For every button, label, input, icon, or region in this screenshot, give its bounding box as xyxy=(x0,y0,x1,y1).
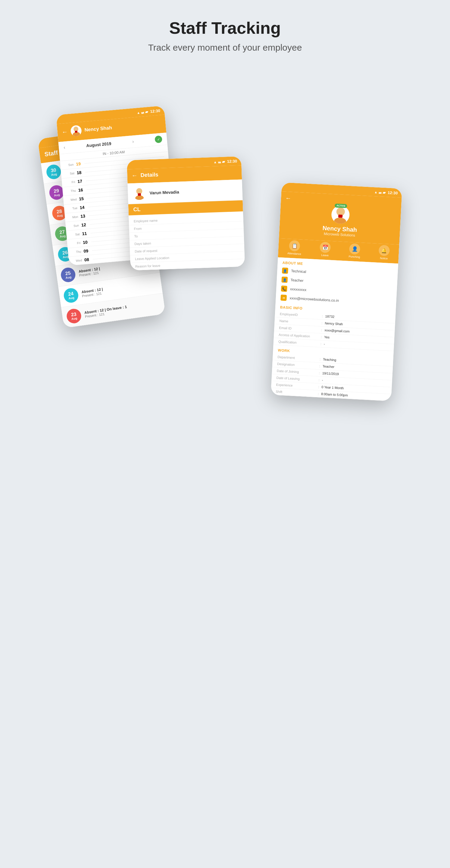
tab-label: Leave xyxy=(321,253,329,257)
prev-month[interactable]: ‹ xyxy=(64,145,66,150)
svg-point-4 xyxy=(135,195,144,200)
tab-icon: 👤 xyxy=(349,243,360,255)
signal-icon-4 xyxy=(379,189,382,195)
date-month-label: Aug xyxy=(60,234,66,238)
profile-tab[interactable]: 📋 Attendance xyxy=(287,240,302,255)
profile-avatar-wrap: ACTIVE xyxy=(331,205,350,224)
signal-icon-2 xyxy=(141,109,144,115)
details-user-row: Varun Mevadia xyxy=(127,179,243,204)
work-label: Date of Leaving xyxy=(276,376,318,381)
cal-day-label: Tue xyxy=(68,206,78,210)
about-icon: 👤 xyxy=(282,267,288,274)
cal-day-label: Sat xyxy=(65,172,74,176)
phone-details: 12:30 ← Details Varun Mevadia CL Employe… xyxy=(127,156,245,270)
cal-day-num: 18 xyxy=(76,170,83,176)
date-circle: 23 Aug xyxy=(66,308,82,324)
calendar-month: August 2019 xyxy=(86,141,111,148)
status-time-3: 12:30 xyxy=(227,158,237,163)
date-month-label: Aug xyxy=(62,255,69,259)
page-title: Staff Tracking xyxy=(148,18,302,38)
cal-day-num: 15 xyxy=(79,196,85,201)
phone-profile: 12:30 ← ACTIVE Nency Shah Microweb Solut… xyxy=(271,182,402,401)
work-value: - xyxy=(322,378,323,382)
cal-day-num: 13 xyxy=(81,213,87,219)
profile-tab[interactable]: 🔔 Notice xyxy=(378,245,390,260)
date-circle: 24 Aug xyxy=(63,287,79,304)
cal-day-label: Wed xyxy=(67,197,77,202)
details-fields: Employee name From To Days taken Date of… xyxy=(129,214,245,270)
about-icon: ✉ xyxy=(281,294,287,301)
signal-icon-3 xyxy=(218,159,221,164)
date-circle: 30 Aug xyxy=(45,164,62,180)
details-body: Varun Mevadia CL Employee name From To D… xyxy=(127,179,245,270)
basic-fields: EmployeeID : 18732 Name : Nency Shah Ema… xyxy=(273,310,395,351)
cal-day-num: 09 xyxy=(84,248,90,254)
work-colon: : xyxy=(318,385,319,389)
basic-value: 18732 xyxy=(325,314,334,318)
cal-day-label: Fri xyxy=(71,241,81,245)
cal-day-label: Thu xyxy=(72,250,81,254)
basic-value: - xyxy=(324,342,325,346)
tab-icon-emoji: 🔔 xyxy=(381,247,387,253)
details-avatar xyxy=(132,187,147,200)
battery-icon-2 xyxy=(145,109,149,115)
cal-day-num: 17 xyxy=(77,179,84,184)
calendar-avatar xyxy=(70,125,82,137)
status-icons-4 xyxy=(374,189,386,195)
calendar-username: Nency Shah xyxy=(84,125,112,133)
details-title: Details xyxy=(140,172,158,179)
tab-icon-emoji: 📅 xyxy=(322,244,329,250)
cal-day-label: Sun xyxy=(70,224,79,228)
page-header: Staff Tracking Track every moment of you… xyxy=(148,18,302,53)
cal-day-num: 12 xyxy=(81,222,87,227)
date-month-label: Aug xyxy=(71,316,77,321)
work-fields: Department : Teaching Designation : Teac… xyxy=(271,353,393,401)
profile-tab[interactable]: 📅 Leave xyxy=(319,242,331,257)
cal-day-label: Thu xyxy=(67,189,76,193)
basic-colon: : xyxy=(320,342,322,345)
work-label: Experience xyxy=(276,383,318,389)
tab-label: Punching xyxy=(349,255,360,258)
profile-header: ← ACTIVE Nency Shah Microweb Solutions xyxy=(279,191,402,245)
work-colon: : xyxy=(318,378,320,381)
wifi-icon-3 xyxy=(214,159,217,164)
about-icon: 👤 xyxy=(281,276,288,283)
back-arrow-calendar[interactable]: ← xyxy=(61,128,68,135)
about-icon: 📞 xyxy=(281,285,287,292)
date-circle: 25 Aug xyxy=(60,267,76,283)
work-value: 19/11/2019 xyxy=(322,371,339,376)
basic-label: Email ID xyxy=(279,326,321,332)
page-subtitle: Track every moment of your employee xyxy=(148,42,302,53)
next-month[interactable]: › xyxy=(132,138,134,144)
cal-day-label: Sun xyxy=(64,163,74,167)
tab-icon-emoji: 👤 xyxy=(352,246,358,252)
work-label: Department xyxy=(278,355,320,361)
cal-day-num: 14 xyxy=(79,205,86,210)
svg-point-7 xyxy=(334,217,346,224)
basic-value: xxxx@gmail.com xyxy=(324,328,350,333)
back-arrow-profile[interactable]: ← xyxy=(285,195,291,202)
details-username: Varun Mevadia xyxy=(150,190,179,195)
date-month-label: Aug xyxy=(54,193,60,197)
profile-tab[interactable]: 👤 Punching xyxy=(349,243,361,258)
wifi-icon-2 xyxy=(136,110,140,115)
profile-body: ABOUT ME 👤 Technical 👤 Teacher 📞 xxxxxxx… xyxy=(271,257,398,401)
work-label: Designation xyxy=(277,362,319,368)
cal-day-label: Wed xyxy=(73,258,82,262)
battery-icon-3 xyxy=(222,158,225,164)
basic-label: EmployeeID xyxy=(280,312,322,318)
work-value: Teacher xyxy=(323,364,335,369)
status-time-2: 12:30 xyxy=(150,108,160,114)
basic-label: Access of Application xyxy=(279,333,321,338)
cal-day-num: 11 xyxy=(82,231,88,236)
about-text: xxxx@microwebsolutions.co.in xyxy=(289,296,339,303)
attendance-info: Absent : 12 | On leave : 1 Present : 121 xyxy=(84,300,160,318)
status-icons-3 xyxy=(214,158,225,164)
back-arrow-details[interactable]: ← xyxy=(131,172,138,179)
about-text: Teacher xyxy=(290,278,303,283)
svg-rect-8 xyxy=(338,215,343,218)
basic-label: Qualification xyxy=(278,340,320,345)
work-value: 8:00am to 5:00pm xyxy=(321,392,348,397)
wifi-icon-4 xyxy=(374,189,378,195)
tab-label: Attendance xyxy=(287,252,301,255)
